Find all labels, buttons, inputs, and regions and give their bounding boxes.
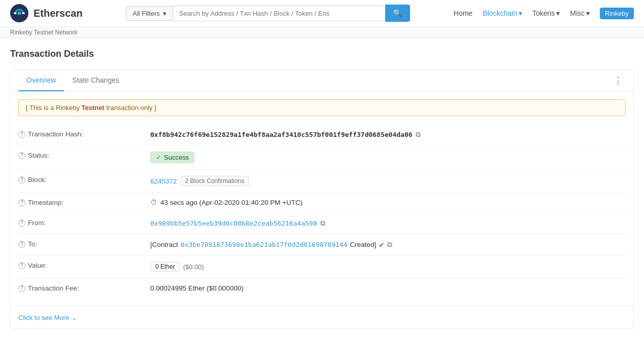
etherscan-logo-icon [10, 4, 28, 22]
status-badge: ✓ Success [150, 152, 194, 163]
tab-state-changes[interactable]: State Changes [64, 70, 127, 91]
confirmations-badge: 2 Block Confirmations [180, 176, 250, 186]
search-input[interactable] [173, 6, 386, 21]
help-icon-value[interactable]: ? [18, 262, 25, 269]
value-label: ? Value: [18, 262, 150, 269]
detail-row-txn-hash: ? Transaction Hash: 0xf8b942c76f69e15282… [18, 124, 626, 145]
sub-header: Rinkeby Testnet Network [0, 27, 644, 39]
timestamp-label: ? Timestamp: [18, 199, 150, 206]
from-address-link[interactable]: 0x989bb5e57b5eeb39d6c00b8e2ceab56216a4a5… [150, 220, 317, 227]
usd-value: ($0.00) [183, 263, 204, 271]
help-icon-txn-hash[interactable]: ? [18, 131, 25, 138]
txn-hash-label: ? Transaction Hash: [18, 130, 150, 138]
logo-area: Etherscan [10, 4, 83, 22]
copy-txn-hash-button[interactable]: ⧉ [416, 130, 421, 139]
txn-hash-text: 0xf8b942c76f69e152829a1fe4bf8aa2af3410c5… [150, 131, 413, 138]
fee-value: 0.00024995 Ether ($0.000000) [150, 284, 626, 292]
block-label: ? Block: [18, 176, 150, 184]
network-label: Rinkeby Testnet Network [10, 29, 78, 36]
detail-row-to: ? To: [Contract 0x3be7881873698e1ba621ab… [18, 234, 626, 256]
check-icon: ✓ [156, 154, 161, 161]
page-content: Transaction Details Overview State Chang… [0, 39, 644, 329]
status-label: ? Status: [18, 152, 150, 159]
nav-home[interactable]: Home [454, 9, 472, 17]
chevron-down-icon: ▾ [519, 9, 522, 17]
alert-suffix: transaction only ] [105, 104, 156, 112]
to-contract-suffix: Created] [350, 241, 377, 248]
detail-row-fee: ? Transaction Fee: 0.00024995 Ether ($0.… [18, 278, 626, 298]
copy-to-address-button[interactable]: ⧉ [387, 240, 392, 249]
alert-banner: [ This is a Rinkeby Testnet transaction … [18, 99, 626, 116]
alert-prefix: [ This is a Rinkeby [26, 104, 82, 112]
ether-badge: 0 Ether [150, 262, 180, 272]
from-value: 0x989bb5e57b5eeb39d6c00b8e2ceab56216a4a5… [150, 219, 626, 228]
to-label: ? To: [18, 240, 150, 248]
detail-row-status: ? Status: ✓ Success [18, 145, 626, 170]
network-badge[interactable]: Rinkeby [600, 8, 634, 19]
filter-label: All Filters [132, 10, 159, 17]
help-icon-fee[interactable]: ? [18, 285, 25, 292]
timestamp-value: ⏱ 43 secs ago (Apr-02-2020 01:40:20 PM +… [150, 199, 626, 206]
detail-row-block: ? Block: 6245372 2 Block Confirmations [18, 170, 626, 193]
to-contract-prefix: [Contract [150, 241, 178, 248]
see-more-link[interactable]: Click to see More ⌄ [18, 314, 77, 321]
detail-row-from: ? From: 0x989bb5e57b5eeb39d6c00b8e2ceab5… [18, 213, 626, 234]
block-value: 6245372 2 Block Confirmations [150, 176, 626, 186]
svg-rect-3 [22, 12, 24, 14]
alert-testnet-bold: Testnet [82, 104, 105, 112]
more-options-button[interactable]: ⋮ [611, 73, 626, 88]
help-icon-from[interactable]: ? [18, 220, 25, 227]
tabs-container: Overview State Changes ⋮ [ This is a Rin… [10, 69, 634, 329]
help-icon-status[interactable]: ? [18, 152, 25, 159]
more-vert-icon: ⋮ [614, 76, 623, 86]
help-icon-timestamp[interactable]: ? [18, 199, 25, 206]
to-value: [Contract 0x3be7881873698e1ba621ab17f0d2… [150, 240, 626, 249]
nav-tokens[interactable]: Tokens ▾ [532, 9, 560, 17]
from-label: ? From: [18, 219, 150, 227]
to-contract-address-link[interactable]: 0x3be7881873698e1ba621ab17f0d2d616987891… [181, 241, 348, 248]
page-title: Transaction Details [10, 49, 634, 59]
help-icon-to[interactable]: ? [18, 241, 25, 248]
tab-overview[interactable]: Overview [18, 70, 64, 91]
to-contract-area: [Contract 0x3be7881873698e1ba621ab17f0d2… [150, 240, 392, 249]
see-more-area: Click to see More ⌄ [11, 306, 633, 329]
tabs-header: Overview State Changes ⋮ [11, 70, 633, 92]
value-value: 0 Ether ($0.00) [150, 262, 626, 272]
search-button[interactable]: 🔍 [385, 5, 410, 22]
filter-dropdown[interactable]: All Filters ▾ [126, 6, 172, 21]
search-icon: 🔍 [393, 9, 402, 17]
chevron-down-icon: ▾ [163, 10, 166, 17]
detail-row-timestamp: ? Timestamp: ⏱ 43 secs ago (Apr-02-2020 … [18, 193, 626, 213]
svg-rect-2 [14, 12, 16, 14]
txn-hash-value: 0xf8b942c76f69e152829a1fe4bf8aa2af3410c5… [150, 130, 626, 139]
svg-point-1 [17, 11, 21, 15]
tabs-list: Overview State Changes [18, 70, 127, 91]
copy-from-address-button[interactable]: ⧉ [320, 219, 325, 228]
help-icon-block[interactable]: ? [18, 176, 25, 184]
fee-label: ? Transaction Fee: [18, 284, 150, 292]
chevron-down-icon: ⌄ [72, 314, 77, 321]
tab-content-overview: [ This is a Rinkeby Testnet transaction … [11, 92, 633, 306]
logo-text: Etherscan [33, 8, 83, 19]
clock-icon: ⏱ [150, 199, 157, 206]
search-area: All Filters ▾ 🔍 [126, 5, 410, 22]
nav-blockchain[interactable]: Blockchain ▾ [483, 9, 522, 17]
nav-area: Home Blockchain ▾ Tokens ▾ Misc ▾ Rinkeb… [454, 8, 634, 19]
chevron-down-icon: ▾ [556, 9, 560, 17]
detail-row-value: ? Value: 0 Ether ($0.00) [18, 256, 626, 278]
block-number-link[interactable]: 6245372 [150, 177, 177, 185]
chevron-down-icon: ▾ [586, 9, 590, 17]
nav-misc[interactable]: Misc ▾ [570, 9, 590, 17]
verified-check-icon: ✔ [379, 241, 385, 249]
status-value: ✓ Success [150, 152, 626, 163]
header: Etherscan All Filters ▾ 🔍 Home Blockchai… [0, 0, 644, 27]
